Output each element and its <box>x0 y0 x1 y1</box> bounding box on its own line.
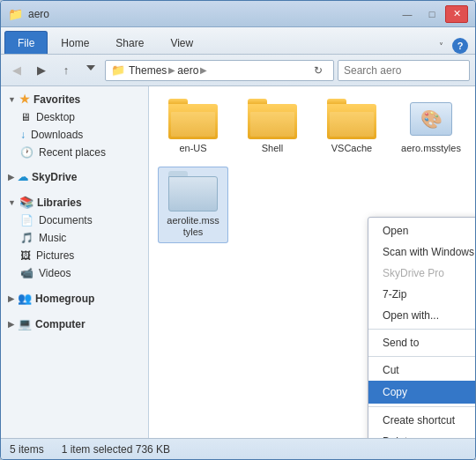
ctx-send-to[interactable]: Send to ▶ <box>368 332 475 353</box>
sidebar-homegroup-label: Homegroup <box>35 293 94 305</box>
sidebar-item-desktop[interactable]: 🖥 Desktop <box>1 108 148 126</box>
ctx-delete[interactable]: Delete <box>368 431 475 438</box>
sidebar-favorites-label: Favorites <box>33 93 80 106</box>
sidebar-skydrive-header[interactable]: ▶ ☁ SkyDrive <box>1 168 148 186</box>
folder-icon-shell <box>248 99 297 139</box>
file-name-aerolite: aerolite.msstyles <box>167 215 219 238</box>
file-area: en-US Shell <box>149 86 475 438</box>
file-item-aero-msstyles[interactable]: 🎨 aero.msstyles <box>396 95 466 158</box>
ctx-separator-1 <box>368 329 475 330</box>
sidebar-homegroup-header[interactable]: ▶ 👥 Homegroup <box>1 289 148 308</box>
sidebar-item-pictures[interactable]: 🖼 Pictures <box>1 247 148 264</box>
status-bar: 5 items 1 item selected 736 KB <box>1 438 475 459</box>
ctx-open-with[interactable]: Open with... <box>368 305 475 326</box>
homegroup-icon: 👥 <box>18 292 32 305</box>
sidebar-music-label: Music <box>39 232 66 244</box>
aerolite-icon <box>168 171 218 211</box>
file-item-vscache[interactable]: VSCache <box>316 95 387 158</box>
maximize-button[interactable]: □ <box>420 5 443 23</box>
ribbon: File Home Share View ˅ ? <box>1 27 475 55</box>
forward-button[interactable]: ▶ <box>31 60 52 81</box>
ctx-cut-label: Cut <box>383 364 399 376</box>
ctx-send-to-label: Send to <box>383 337 419 349</box>
ribbon-expand-icon[interactable]: ˅ <box>435 40 447 53</box>
tab-share[interactable]: Share <box>102 31 157 54</box>
sidebar-libraries-header[interactable]: ▼ 📚 Libraries <box>1 193 148 211</box>
file-name-en-us: en-US <box>179 143 206 154</box>
sidebar-item-downloads[interactable]: ↓ Downloads <box>1 126 148 144</box>
window-title: aero <box>28 8 49 20</box>
ctx-7zip[interactable]: 7-Zip ▶ <box>368 284 475 305</box>
file-item-en-us[interactable]: en-US <box>158 95 228 158</box>
tab-file[interactable]: File <box>4 31 48 54</box>
search-box[interactable]: 🔍 <box>338 60 470 81</box>
sidebar-favorites-header[interactable]: ▼ ★ Favorites <box>1 90 148 108</box>
computer-icon: 💻 <box>18 317 32 330</box>
window: 📁 aero — □ ✕ File Home Share View ˅ ? ◀ … <box>0 0 476 460</box>
address-bar[interactable]: 📁 Themes ▶ aero ▶ ↻ <box>105 60 334 81</box>
items-count: 5 items <box>10 443 44 456</box>
sidebar-computer-header[interactable]: ▶ 💻 Computer <box>1 315 148 333</box>
sidebar-skydrive-section: ▶ ☁ SkyDrive <box>1 165 148 189</box>
ctx-scan[interactable]: Scan with Windows Defender <box>368 241 475 263</box>
ctx-copy[interactable]: Copy ↖ <box>368 381 475 404</box>
sidebar-item-recent[interactable]: 🕐 Recent places <box>1 144 148 161</box>
sidebar-documents-label: Documents <box>39 214 93 226</box>
downloads-icon: ↓ <box>20 129 26 141</box>
sidebar-item-videos[interactable]: 📹 Videos <box>1 264 148 282</box>
recent-locations-button[interactable] <box>80 60 101 81</box>
ctx-open[interactable]: Open <box>368 220 475 241</box>
ctx-cut[interactable]: Cut <box>368 360 475 381</box>
chevron-right3-icon: ▶ <box>8 320 14 329</box>
sidebar-pictures-label: Pictures <box>36 249 74 262</box>
bc-item-themes[interactable]: Themes <box>129 64 167 77</box>
sidebar-favorites-section: ▼ ★ Favorites 🖥 Desktop ↓ Downloads 🕐 Re… <box>1 86 148 165</box>
file-item-aerolite[interactable]: aerolite.msstyles <box>158 167 228 242</box>
ribbon-tabs: File Home Share View ˅ ? <box>1 27 475 54</box>
videos-icon: 📹 <box>20 267 33 279</box>
refresh-button[interactable]: ↻ <box>309 61 328 80</box>
file-name-aero-msstyles: aero.msstyles <box>401 143 461 154</box>
file-item-shell[interactable]: Shell <box>237 95 308 158</box>
back-button[interactable]: ◀ <box>6 60 27 81</box>
bc-item-aero[interactable]: aero <box>177 64 198 77</box>
sidebar-homegroup-section: ▶ 👥 Homegroup <box>1 286 148 311</box>
recent-icon: 🕐 <box>20 146 33 159</box>
ctx-open-label: Open <box>383 225 408 237</box>
chevron-down2-icon: ▼ <box>8 198 16 207</box>
tab-home[interactable]: Home <box>48 31 102 54</box>
chevron-right-icon: ▶ <box>8 173 14 182</box>
star-icon: ★ <box>19 93 30 106</box>
ctx-create-shortcut[interactable]: Create shortcut <box>368 410 475 431</box>
chevron-down-icon <box>86 65 95 76</box>
sidebar-downloads-label: Downloads <box>31 129 83 141</box>
minimize-button[interactable]: — <box>396 5 419 23</box>
file-name-shell: Shell <box>262 143 283 154</box>
up-button[interactable]: ↑ <box>56 60 77 81</box>
close-button[interactable]: ✕ <box>445 5 468 23</box>
breadcrumb: Themes ▶ aero ▶ <box>129 64 305 77</box>
folder-icon-vscache <box>327 99 376 139</box>
sidebar-item-documents[interactable]: 📄 Documents <box>1 211 148 229</box>
sidebar: ▼ ★ Favorites 🖥 Desktop ↓ Downloads 🕐 Re… <box>1 86 149 438</box>
window-icon: 📁 <box>8 7 23 21</box>
music-icon: 🎵 <box>20 232 33 244</box>
ctx-skydrive-pro[interactable]: SkyDrive Pro ▶ <box>368 263 475 284</box>
chevron-down-icon: ▼ <box>8 95 16 104</box>
toolbar: ◀ ▶ ↑ 📁 Themes ▶ aero ▶ ↻ 🔍 <box>1 55 475 86</box>
library-icon: 📚 <box>19 196 33 209</box>
sidebar-libraries-label: Libraries <box>37 197 82 209</box>
sidebar-item-music[interactable]: 🎵 Music <box>1 229 148 247</box>
selected-info: 1 item selected 736 KB <box>62 443 170 456</box>
search-input[interactable] <box>344 64 476 77</box>
ctx-delete-label: Delete <box>383 435 413 438</box>
file-name-vscache: VSCache <box>331 143 372 154</box>
tab-view[interactable]: View <box>157 31 206 54</box>
main-content: ▼ ★ Favorites 🖥 Desktop ↓ Downloads 🕐 Re… <box>1 86 475 438</box>
svg-marker-0 <box>86 65 95 70</box>
bc-separator-1: ▶ <box>168 65 175 75</box>
desktop-icon: 🖥 <box>20 111 31 123</box>
ctx-create-shortcut-label: Create shortcut <box>383 414 455 427</box>
ribbon-help-button[interactable]: ? <box>452 38 468 54</box>
ctx-skydrive-pro-label: SkyDrive Pro <box>383 267 444 279</box>
